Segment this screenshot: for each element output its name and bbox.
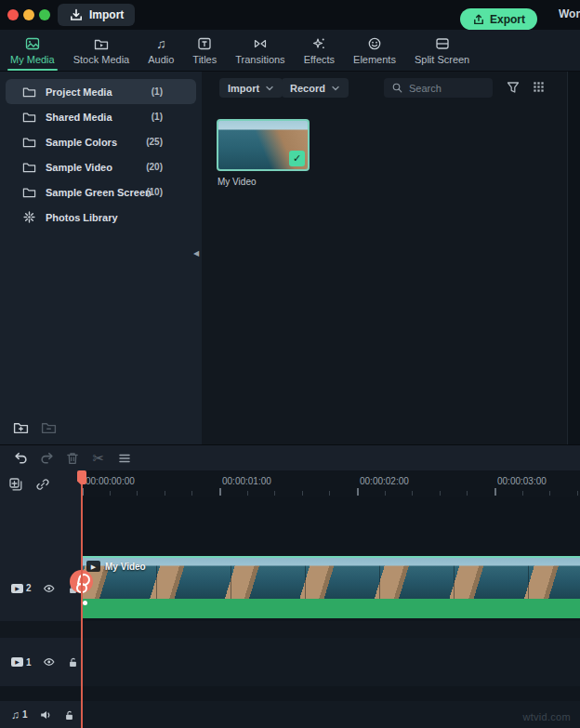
upload-icon (472, 13, 485, 26)
link-clips-button[interactable] (35, 477, 50, 492)
import-icon (69, 7, 84, 22)
snapshot-copy-button[interactable] (8, 477, 23, 492)
sidebar-item-sample-green-screen[interactable]: Sample Green Screen (10) (6, 179, 196, 205)
sidebar-item-project-media[interactable]: Project Media (1) (6, 79, 196, 104)
playhead[interactable] (81, 470, 83, 728)
split-rect-icon (435, 36, 450, 51)
collapse-sidebar-arrow[interactable]: ◀ (191, 245, 202, 260)
chevron-down-icon (331, 84, 340, 93)
track-mute-toggle[interactable] (39, 708, 52, 721)
track-2-controls: ▶ 2 (0, 555, 82, 621)
delete-button[interactable] (59, 451, 86, 466)
ruler-timestamp: 00:00:00:00 (86, 476, 135, 486)
clip-label: ▶ My Video (86, 561, 146, 572)
track-visibility-toggle[interactable] (43, 582, 56, 595)
pinwheel-icon (22, 210, 36, 224)
import-media-button[interactable]: Import (58, 4, 135, 26)
clip-filmstrip (82, 558, 580, 599)
undo-button[interactable] (7, 450, 33, 466)
track-number: 1 (26, 657, 32, 668)
video-track-icon: ▶ 1 (11, 657, 32, 668)
ruler-timestamp: 00:00:02:00 (360, 476, 409, 486)
timeline-empty-row (0, 497, 580, 555)
redo-button[interactable] (33, 450, 59, 466)
audio-track-1-row: ♫ 1 (0, 701, 580, 728)
video-track-2-lane: ▶ My Video (82, 555, 580, 621)
checkmark-badge: ✓ (289, 151, 305, 166)
track-lock-toggle[interactable] (67, 655, 79, 668)
sidebar-folder-list: Project Media (1) Shared Media (1) Sampl… (0, 72, 202, 230)
import-button-label: Import (89, 8, 124, 21)
tab-label: Split Screen (415, 54, 469, 65)
timeline-header-tools (0, 470, 82, 497)
tab-elements[interactable]: Elements (349, 30, 401, 71)
grid-view-button[interactable] (532, 80, 546, 94)
folder-icon (22, 110, 36, 124)
tab-label: Stock Media (73, 54, 130, 65)
render-settings-button[interactable] (112, 451, 138, 466)
image-icon (25, 36, 40, 51)
track-lock-toggle[interactable] (63, 708, 75, 721)
search-box (384, 78, 493, 98)
timeline-ruler[interactable]: 00:00:00:00 00:00:01:00 00:00:02:00 00:0… (82, 470, 580, 497)
folder-icon (22, 135, 36, 149)
stock-folder-icon (94, 36, 109, 51)
tab-label: Elements (353, 54, 396, 65)
tab-titles[interactable]: Titles (188, 30, 221, 71)
track-1-controls: ▶ 1 (0, 638, 82, 686)
sidebar-item-photos-library[interactable]: Photos Library (6, 205, 196, 230)
video-track-icon: ▶ 2 (11, 583, 32, 593)
sidebar-item-sample-video[interactable]: Sample Video (20) (6, 154, 196, 179)
filter-funnel-button[interactable] (506, 80, 521, 95)
new-folder-button[interactable] (13, 419, 29, 435)
preview-panel-edge (567, 72, 580, 444)
timeline-panel: ✂ 00:00:00:00 00:00:01:00 00:00:02:00 00… (0, 444, 580, 728)
timeline-clip-my-video[interactable]: ▶ My Video (82, 556, 580, 618)
media-item-name: My Video (218, 177, 257, 187)
sidebar-item-label: Shared Media (46, 112, 112, 123)
sidebar-item-label: Sample Colors (46, 137, 117, 148)
tab-label: Titles (192, 54, 217, 65)
close-window-button[interactable] (7, 9, 19, 20)
sidebar-item-sample-colors[interactable]: Sample Colors (25) (6, 129, 196, 154)
search-icon (391, 82, 403, 94)
export-button[interactable]: Export (460, 8, 537, 30)
media-import-dropdown[interactable]: Import (219, 78, 283, 98)
minimize-window-button[interactable] (23, 9, 34, 20)
music-notes-icon: ♫ (156, 36, 166, 51)
sidebar-item-shared-media[interactable]: Shared Media (1) (6, 104, 196, 129)
audio-track-controls: ♫ 1 (0, 701, 82, 728)
video-track-2-row: ▶ 2 ▶ My Video (0, 555, 580, 621)
folder-icon (22, 185, 36, 199)
tab-label: Transitions (235, 54, 284, 65)
track-visibility-toggle[interactable] (43, 655, 56, 668)
clip-name: My Video (105, 562, 146, 572)
keyframe-dot[interactable] (83, 601, 87, 605)
window-title: Won (559, 7, 580, 20)
search-input[interactable] (409, 83, 485, 94)
track-number: 1 (22, 709, 28, 720)
tab-label: Audio (148, 54, 174, 65)
sparkle-icon (311, 36, 326, 51)
sidebar-item-count: (1) (152, 112, 163, 122)
bowtie-icon (253, 36, 268, 51)
watermark: wtvid.com (522, 711, 571, 722)
tab-split-screen[interactable]: Split Screen (410, 30, 474, 71)
empty-lane (82, 497, 580, 555)
track-gap (0, 686, 580, 701)
playhead-flag[interactable] (77, 470, 86, 484)
video-track-1-row: ▶ 1 (0, 638, 580, 686)
tab-audio[interactable]: ♫ Audio (143, 30, 178, 71)
app-window: Import Won My Media Stock Media ♫ Audio … (0, 0, 580, 728)
record-dropdown[interactable]: Record (282, 78, 349, 98)
split-scissors-button[interactable]: ✂ (86, 451, 112, 465)
video-clip-icon: ▶ (86, 561, 100, 572)
zoom-window-button[interactable] (39, 9, 50, 20)
delete-folder-button[interactable] (41, 419, 57, 435)
tab-my-media[interactable]: My Media (6, 30, 59, 71)
tab-stock-media[interactable]: Stock Media (69, 30, 135, 71)
sidebar-bottom-bar (0, 412, 202, 442)
media-item-thumbnail[interactable]: ✓ (217, 119, 310, 171)
tab-transitions[interactable]: Transitions (231, 30, 289, 71)
tab-effects[interactable]: Effects (299, 30, 339, 71)
